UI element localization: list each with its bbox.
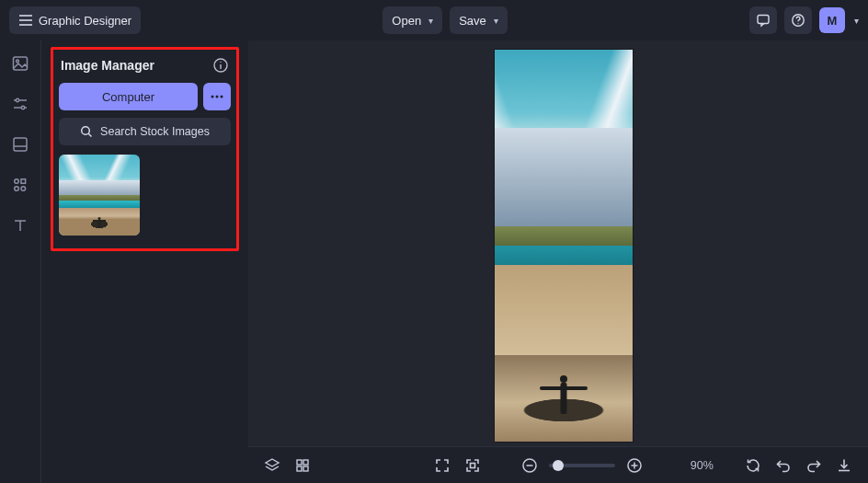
svg-point-7 — [17, 60, 19, 63]
open-label: Open — [392, 14, 421, 28]
zoom-level: 90% — [680, 459, 724, 472]
adjust-tool-icon[interactable] — [10, 94, 30, 114]
person-arms-icon — [93, 220, 106, 222]
chevron-down-icon[interactable]: ▾ — [854, 16, 859, 26]
svg-rect-3 — [758, 16, 769, 24]
undo-icon[interactable] — [772, 454, 794, 477]
svg-point-26 — [82, 127, 90, 135]
svg-rect-15 — [21, 179, 26, 184]
svg-rect-32 — [470, 463, 474, 467]
canvas-area[interactable] — [248, 40, 868, 446]
search-stock-button[interactable]: Search Stock Images — [59, 118, 231, 145]
image-tool-icon[interactable] — [10, 53, 30, 74]
person-arms-icon — [540, 386, 588, 390]
svg-rect-30 — [297, 466, 302, 471]
help-button[interactable] — [784, 6, 812, 34]
fit-screen-icon[interactable] — [431, 454, 452, 477]
svg-point-17 — [21, 187, 26, 191]
top-bar: Graphic Designer Open ▾ Save ▾ M ▾ — [0, 0, 868, 40]
svg-point-14 — [15, 179, 19, 184]
user-avatar[interactable]: M — [819, 7, 845, 33]
person-head-icon — [560, 375, 567, 383]
elements-tool-icon[interactable] — [10, 175, 30, 195]
actual-size-icon[interactable] — [462, 454, 483, 477]
layers-icon[interactable] — [261, 454, 282, 477]
image-manager-panel: Image Manager Computer Search Stock Imag… — [51, 47, 239, 251]
svg-rect-28 — [297, 460, 302, 465]
open-button[interactable]: Open ▾ — [383, 6, 442, 34]
svg-rect-29 — [303, 460, 308, 465]
more-options-button[interactable] — [203, 83, 231, 110]
chevron-down-icon: ▾ — [428, 16, 433, 26]
svg-line-27 — [88, 133, 91, 136]
zoom-slider[interactable] — [549, 464, 615, 467]
image-thumbnail[interactable] — [59, 155, 140, 236]
svg-point-5 — [797, 23, 798, 24]
svg-point-22 — [220, 62, 221, 63]
text-tool-icon[interactable] — [10, 215, 30, 236]
main-menu-button[interactable]: Graphic Designer — [9, 6, 141, 34]
svg-point-25 — [221, 96, 223, 98]
left-toolbar — [0, 40, 41, 483]
svg-point-23 — [211, 96, 214, 98]
svg-point-9 — [16, 98, 18, 101]
canvas-image[interactable] — [495, 50, 633, 442]
svg-point-11 — [21, 106, 24, 109]
reset-icon[interactable] — [742, 454, 763, 477]
save-button[interactable]: Save ▾ — [450, 6, 508, 34]
svg-rect-12 — [14, 138, 27, 151]
chevron-down-icon: ▾ — [494, 16, 498, 26]
svg-point-16 — [15, 187, 19, 191]
svg-rect-31 — [303, 466, 308, 471]
avatar-initial: M — [828, 14, 838, 28]
panel-title: Image Manager — [61, 58, 154, 73]
search-icon — [80, 125, 93, 138]
hamburger-icon — [18, 14, 33, 27]
download-icon[interactable] — [834, 454, 855, 477]
bottom-toolbar: 90% — [248, 446, 868, 483]
grid-view-icon[interactable] — [291, 454, 313, 477]
info-icon[interactable] — [212, 57, 229, 74]
search-stock-label: Search Stock Images — [100, 125, 210, 138]
upload-from-computer-button[interactable]: Computer — [59, 83, 198, 110]
zoom-controls: 90% — [518, 454, 724, 477]
computer-label: Computer — [102, 90, 154, 104]
redo-icon[interactable] — [804, 454, 825, 477]
save-label: Save — [459, 14, 486, 28]
template-tool-icon[interactable] — [10, 134, 30, 155]
svg-point-24 — [216, 96, 219, 98]
chat-icon — [756, 13, 771, 28]
ellipsis-icon — [210, 95, 224, 98]
person-head-icon — [98, 217, 101, 220]
app-title: Graphic Designer — [39, 14, 131, 28]
feedback-button[interactable] — [749, 6, 777, 34]
zoom-out-icon[interactable] — [518, 454, 542, 477]
help-icon — [791, 13, 805, 28]
svg-rect-6 — [14, 57, 28, 70]
zoom-in-icon[interactable] — [622, 454, 646, 477]
